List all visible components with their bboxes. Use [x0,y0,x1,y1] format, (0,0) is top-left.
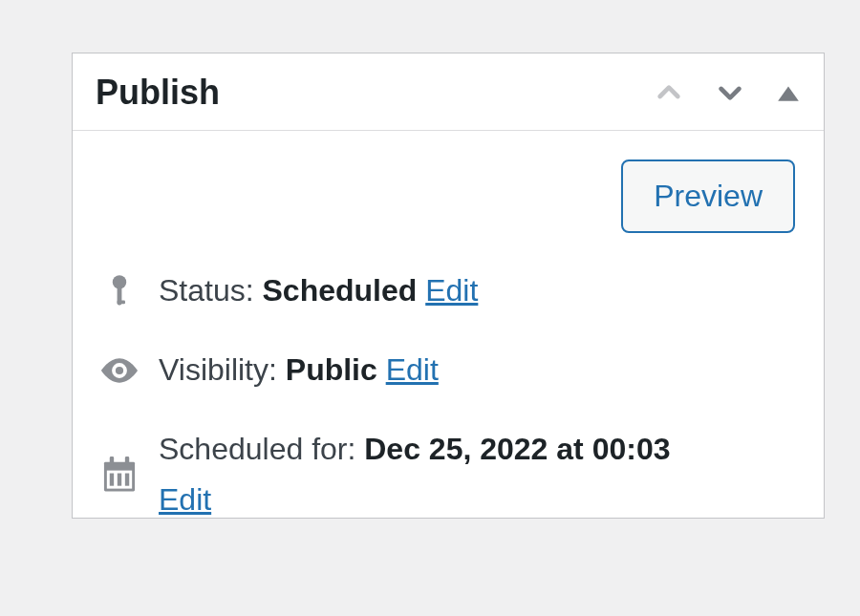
header-controls [654,77,801,108]
preview-button[interactable]: Preview [621,159,795,233]
publish-header: Publish [73,53,824,131]
status-edit-link[interactable]: Edit [425,273,478,308]
move-up-icon[interactable] [654,77,684,108]
collapse-toggle-icon[interactable] [776,80,801,105]
preview-row: Preview [101,159,795,233]
status-label: Status: [159,273,254,308]
calendar-icon [101,457,138,493]
svg-rect-10 [118,474,121,486]
status-row: Status: Scheduled Edit [101,273,795,308]
publish-metabox: Publish Preview Status: Scheduled Edit [72,53,825,519]
svg-marker-0 [778,87,799,101]
visibility-row: Visibility: Public Edit [101,352,795,388]
svg-rect-9 [110,474,114,486]
publish-body: Preview Status: Scheduled Edit Visibilit… [73,131,824,518]
key-icon [101,274,138,308]
eye-icon [101,358,138,383]
schedule-row: Scheduled for: Dec 25, 2022 at 00:03 Edi… [101,432,795,518]
svg-rect-8 [125,457,129,465]
visibility-edit-link[interactable]: Edit [386,352,439,387]
move-down-icon[interactable] [715,77,745,108]
publish-title: Publish [96,73,220,113]
schedule-value: Dec 25, 2022 at 00:03 [364,432,670,466]
visibility-value: Public [286,352,377,387]
schedule-edit-link[interactable]: Edit [159,482,731,518]
svg-rect-3 [118,300,125,304]
schedule-label: Scheduled for: [159,432,355,466]
status-value: Scheduled [263,273,418,308]
svg-rect-11 [125,474,129,486]
svg-rect-7 [110,457,114,465]
visibility-label: Visibility: [159,352,277,387]
svg-point-4 [116,366,123,373]
